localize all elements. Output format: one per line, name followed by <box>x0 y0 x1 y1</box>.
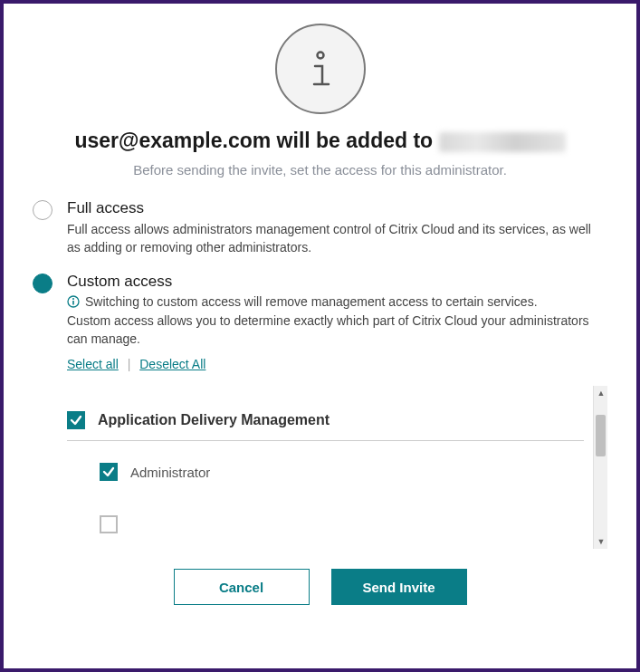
scroll-down-arrow[interactable]: ▼ <box>594 534 607 549</box>
button-row: Cancel Send Invite <box>33 569 607 605</box>
heading-text: user@example.com will be added to <box>74 129 438 152</box>
group-label: Application Delivery Management <box>98 412 330 428</box>
select-links: Select all | Deselect All <box>67 357 607 371</box>
svg-point-2 <box>72 298 74 300</box>
checkmark-icon <box>70 414 82 427</box>
custom-access-desc: Custom access allows you to determine ex… <box>67 312 607 348</box>
info-icon-circle <box>275 24 366 114</box>
custom-access-label: Custom access <box>67 273 607 291</box>
radio-custom-access[interactable] <box>33 274 53 293</box>
option-custom-access[interactable]: Custom access Switching to custom access… <box>33 273 607 382</box>
info-icon <box>304 48 337 90</box>
permissions-scroll-area: Application Delivery Management Administ… <box>67 386 607 549</box>
cancel-button[interactable]: Cancel <box>174 569 310 605</box>
send-invite-button[interactable]: Send Invite <box>331 569 467 605</box>
full-access-label: Full access <box>67 199 607 217</box>
scroll-thumb[interactable] <box>596 415 606 456</box>
link-separator: | <box>128 357 131 371</box>
info-icon-small <box>67 295 80 308</box>
sub-checkbox[interactable] <box>100 463 118 481</box>
radio-full-access[interactable] <box>33 200 53 220</box>
subheading: Before sending the invite, set the acces… <box>33 162 607 178</box>
sub-label: Administrator <box>130 465 210 480</box>
group-checkbox[interactable] <box>67 411 85 429</box>
custom-access-note: Switching to custom access will remove m… <box>67 294 607 309</box>
svg-rect-3 <box>72 301 74 305</box>
select-all-link[interactable]: Select all <box>67 357 119 371</box>
heading-obscured-org <box>439 132 566 152</box>
scroll-up-arrow[interactable]: ▲ <box>594 386 607 400</box>
heading: user@example.com will be added to <box>33 129 607 153</box>
permission-sub-row: Administrator <box>100 463 584 481</box>
deselect-all-link[interactable]: Deselect All <box>139 357 205 371</box>
full-access-desc: Full access allows administrators manage… <box>67 221 607 256</box>
scrollbar[interactable]: ▲ ▼ <box>593 386 607 549</box>
partial-checkbox[interactable] <box>100 515 118 533</box>
permission-partial-row <box>100 515 584 533</box>
svg-point-0 <box>317 53 323 59</box>
checkmark-icon <box>102 466 115 478</box>
option-full-access[interactable]: Full access Full access allows administr… <box>33 199 607 269</box>
header-icon-wrap <box>33 24 607 114</box>
permission-group-row: Application Delivery Management <box>67 411 584 441</box>
